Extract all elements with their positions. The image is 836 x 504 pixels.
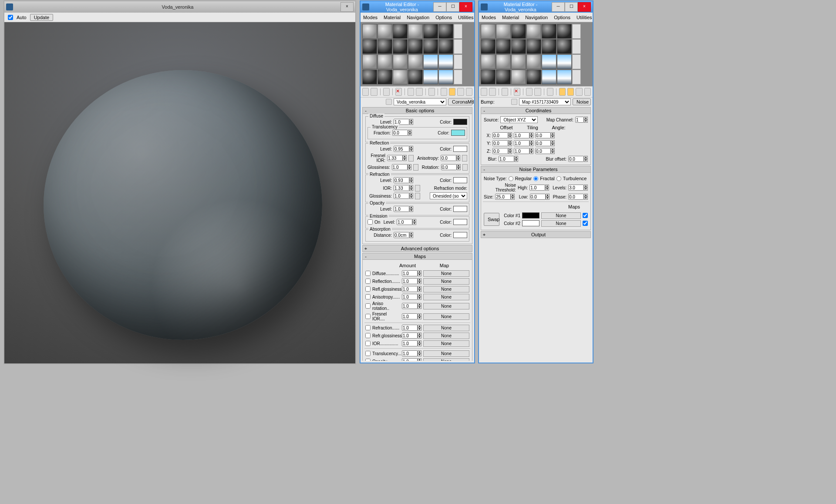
map-slot-button[interactable]: None [423,278,469,285]
translucency-color-swatch[interactable] [451,130,465,136]
show-map-icon[interactable] [441,88,447,96]
y-offset-spinner[interactable]: ▲▼ [492,140,512,146]
blur-offset-spinner[interactable]: ▲▼ [568,156,588,162]
map-slot-button[interactable]: None [423,286,469,292]
maximize-button[interactable]: ☐ [565,2,578,12]
map-enable-checkbox[interactable] [365,325,371,330]
map-channel-spinner[interactable]: ▲▼ [575,117,588,123]
backlight-icon[interactable] [454,39,462,54]
material-type-button[interactable]: CoronaMtl [448,98,472,105]
menu-modes[interactable]: Modes [482,15,496,20]
assign-icon[interactable] [383,88,390,96]
map-slot-button[interactable]: None [423,303,469,309]
fresnel-map-button[interactable] [408,155,414,161]
map-amount-spinner[interactable]: ▲▼ [402,294,421,300]
map-amount-spinner[interactable]: ▲▼ [402,340,421,346]
mat-sample[interactable] [481,54,496,69]
map-type-button[interactable]: Noise [573,98,591,105]
refr-gloss-map-button[interactable] [415,193,420,199]
close-button[interactable]: × [459,2,472,12]
refl-gloss-spinner[interactable]: ▲▼ [392,164,411,170]
map-slot-button[interactable]: None [423,333,469,339]
background-icon[interactable] [454,54,462,69]
map-slot-button[interactable]: None [423,294,469,300]
menu-navigation[interactable]: Navigation [525,15,548,20]
swap-button[interactable]: Swap [484,213,499,226]
refr-gloss-spinner[interactable]: ▲▼ [394,193,413,199]
go-forward-icon[interactable] [466,88,472,96]
close-button[interactable]: × [340,2,354,12]
refl-level-spinner[interactable]: ▲▼ [394,146,413,152]
source-select[interactable]: Object XYZ [500,116,538,123]
emission-color-swatch[interactable] [453,219,467,225]
map-slot-button[interactable]: None [423,358,469,361]
noise-fractal-radio[interactable] [533,176,538,181]
options-icon[interactable] [454,70,462,84]
go-parent-icon[interactable] [457,88,464,96]
mat-sample[interactable] [408,24,423,39]
mat-sample[interactable] [481,24,496,39]
mat-sample[interactable] [511,24,526,39]
show-end-icon[interactable] [449,88,455,96]
mat-sample[interactable] [542,70,556,84]
noise-map1-checkbox[interactable] [583,213,588,218]
render-titlebar[interactable]: Voda_veronika × [4,1,355,13]
show-end-icon[interactable] [567,88,574,96]
noise-color2-swatch[interactable] [522,220,539,226]
opacity-color-swatch[interactable] [453,206,467,212]
basic-options-header[interactable]: -Basic options [362,107,472,114]
mat-sample[interactable] [408,54,423,69]
map-amount-spinner[interactable]: ▲▼ [402,313,421,319]
menu-material[interactable]: Material [384,15,401,20]
minimize-button[interactable]: ─ [552,2,565,12]
y-tiling-spinner[interactable]: ▲▼ [514,140,533,146]
mat-sample[interactable] [511,54,526,69]
mat-sample[interactable] [423,70,438,84]
mat-sample[interactable] [378,54,392,69]
mat-sample[interactable] [423,54,438,69]
mat-sample[interactable] [557,70,572,84]
mat-sample[interactable] [378,24,392,39]
mat-sample[interactable] [393,24,408,39]
noise-params-header[interactable]: -Noise Parameters [481,166,591,173]
mat-sample[interactable] [362,39,377,54]
map-amount-spinner[interactable]: ▲▼ [402,358,421,361]
go-parent-icon[interactable] [576,88,582,96]
noise-high-spinner[interactable]: ▲▼ [529,185,549,191]
put-library-icon[interactable] [547,88,553,96]
mat-sample[interactable] [542,54,556,69]
absorption-color-swatch[interactable] [453,232,467,238]
blur-spinner[interactable]: ▲▼ [499,156,518,162]
mat-sample[interactable] [408,39,423,54]
emission-spinner[interactable]: ▲▼ [397,219,416,225]
mat-sample[interactable] [542,24,556,39]
mat-sample[interactable] [393,54,408,69]
mat-sample[interactable] [438,70,453,84]
map-enable-checkbox[interactable] [365,286,371,292]
copy-icon[interactable] [408,88,414,96]
mat-sample[interactable] [526,39,541,54]
distance-spinner[interactable]: ▲▼ [394,232,413,238]
show-map-icon[interactable] [559,88,566,96]
map-enable-checkbox[interactable] [365,314,371,319]
noise-low-spinner[interactable]: ▲▼ [530,194,549,200]
map-slot-button[interactable]: None [423,325,469,331]
menu-options[interactable]: Options [435,15,452,20]
fresnel-spinner[interactable]: ▲▼ [387,155,407,161]
map-slot-button[interactable]: None [423,270,469,277]
x-offset-spinner[interactable]: ▲▼ [492,132,512,138]
menu-modes[interactable]: Modes [363,15,378,20]
backlight-icon[interactable] [572,39,581,54]
sample-type-icon[interactable] [454,24,462,39]
menu-material[interactable]: Material [502,15,519,20]
mat-sample[interactable] [557,39,572,54]
maximize-button[interactable]: ☐ [446,2,459,12]
mat-sample[interactable] [408,70,423,84]
map-amount-spinner[interactable]: ▲▼ [402,303,421,309]
maps-header[interactable]: -Maps [362,253,472,260]
noise-map2-button[interactable]: None [541,220,581,227]
mat-sample[interactable] [496,70,511,84]
noise-color1-swatch[interactable] [522,212,539,218]
refl-color-swatch[interactable] [453,146,467,152]
aniso-spinner[interactable]: ▲▼ [441,155,460,161]
